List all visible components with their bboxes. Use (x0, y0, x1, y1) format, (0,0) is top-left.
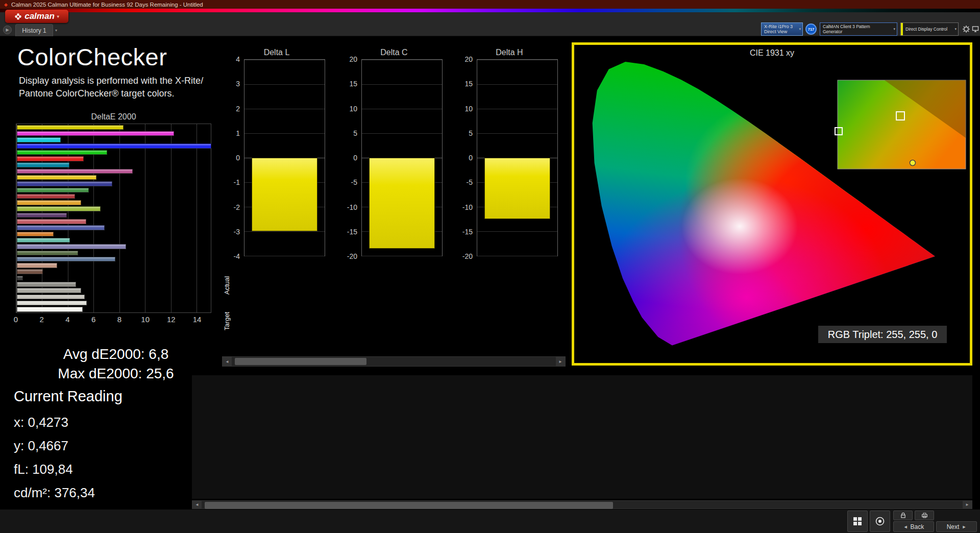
axis-tick-label: 14 (193, 315, 202, 324)
delta-c-title: Delta C (353, 48, 435, 57)
printer-icon (921, 512, 928, 519)
gridline (362, 109, 442, 109)
delta-l-chart (244, 59, 325, 256)
table-scrollbar[interactable]: ◄ ► (192, 500, 972, 509)
cie-x-axis (578, 349, 969, 358)
axis-tick-label: -15 (462, 228, 473, 236)
tab-chevron-down-icon[interactable]: ▾ (55, 28, 57, 33)
delta-h-chart (477, 59, 558, 256)
lock-button[interactable] (893, 511, 913, 520)
display-settings-icon[interactable] (971, 23, 980, 35)
scroll-right-icon[interactable]: ► (963, 501, 972, 508)
gridline (244, 109, 325, 109)
deltae-bar (17, 307, 83, 312)
gridline (197, 124, 197, 312)
scrollbar-thumb[interactable] (205, 502, 613, 509)
current-reading-cdm2: cd/m²: 376,34 (14, 485, 95, 501)
cie-inset-zoom (835, 80, 966, 169)
gridline (244, 231, 325, 232)
deltae-bar (17, 162, 69, 167)
target-row-label: Target (223, 303, 231, 338)
gridline (362, 84, 442, 85)
history-nav-button[interactable]: ▶ (3, 26, 12, 34)
axis-tick-label: 0 (469, 154, 473, 162)
avg-de2000-value: Avg dE2000: 6,8 (19, 346, 213, 362)
deltae-bar (17, 137, 61, 142)
gridline (477, 60, 557, 60)
axis-tick-label: 3 (236, 80, 240, 88)
axis-tick-label: 4 (65, 315, 69, 324)
axis-tick-label: 15 (349, 80, 357, 88)
axis-tick-label: 0 (353, 154, 357, 162)
pattern-swatch-bar (0, 510, 980, 533)
deltae-bar (17, 194, 75, 199)
deltae-bar (17, 301, 87, 306)
grid-icon (852, 516, 863, 526)
axis-tick-label: 15 (464, 80, 473, 88)
next-button[interactable]: Next ► (936, 521, 977, 532)
deltae-bar (17, 244, 126, 249)
display-control-dropdown[interactable]: Direct Display Control ▾ (900, 22, 959, 36)
deltae-bar (17, 169, 133, 174)
gridline (477, 256, 557, 256)
axis-tick-label: 8 (117, 315, 121, 324)
axis-tick-label: -2 (234, 203, 240, 211)
axis-tick-label: 5 (353, 129, 357, 137)
deltae-bar (17, 295, 85, 300)
pattern-generator-dropdown[interactable]: CalMAN Client 3 Pattern Generator ▾ (820, 22, 897, 36)
swatch-strip (233, 268, 566, 350)
axis-tick-label: 1 (236, 129, 240, 137)
deltae-bar (17, 131, 174, 136)
gridline (171, 124, 172, 312)
gridline (362, 133, 442, 134)
current-reading-x: x: 0,4273 (14, 415, 68, 430)
meter-dropdown[interactable]: X-Rite i1Pro 3 Direct View ▾ (761, 22, 803, 36)
axis-tick-label: 2 (40, 315, 44, 324)
chevron-down-icon: ▾ (893, 27, 895, 31)
gridline (477, 109, 557, 109)
window-title: Calman 2025 Calman Ultimate for Business… (11, 2, 203, 8)
page-subtitle-line2: Pantone ColorChecker® target colors. (19, 88, 174, 99)
app-icon: ◆ (4, 2, 8, 7)
axis-tick-label: 12 (167, 315, 176, 324)
back-button[interactable]: ◄ Back (893, 521, 934, 532)
axis-tick-label: 0 (14, 315, 18, 324)
gridline (145, 124, 145, 312)
rgb-triplet-readout: RGB Triplet: 255, 255, 0 (818, 326, 947, 343)
deltae-bar (17, 213, 67, 218)
axis-tick-label: -4 (234, 252, 240, 260)
scroll-right-icon[interactable]: ► (556, 357, 565, 366)
scroll-left-icon[interactable]: ◄ (192, 501, 202, 508)
page-title: ColorChecker (17, 43, 167, 71)
axis-tick-label: 2 (236, 105, 240, 113)
swatch-scrollbar[interactable]: ◄ ► (222, 356, 566, 367)
scrollbar-thumb[interactable] (235, 358, 366, 365)
deltae-bar (17, 125, 124, 130)
actual-row-label: Actual (223, 268, 231, 303)
tab-history-1[interactable]: History 1 (15, 24, 53, 36)
delta-h-y-axis: 20151050-5-10-15-20 (452, 59, 475, 256)
axis-tick-label: 20 (349, 55, 357, 63)
deltae-bar (17, 175, 96, 180)
scroll-left-icon[interactable]: ◄ (223, 357, 232, 366)
chevron-down-icon: ▾ (57, 14, 59, 19)
deltae-bar (17, 150, 107, 155)
axis-tick-label: 6 (91, 315, 95, 324)
chevron-down-icon: ▾ (799, 27, 801, 32)
gridline (362, 256, 442, 256)
calman-menu-button[interactable]: calman ▾ (5, 10, 68, 23)
axis-tick-label: 20 (464, 55, 473, 63)
printer-button[interactable] (915, 511, 934, 520)
gear-icon[interactable] (962, 23, 971, 35)
deltae-bar (17, 282, 76, 287)
delta-l-y-axis: 43210-1-2-3-4 (219, 59, 242, 256)
gridline (477, 84, 557, 85)
tab-label: History 1 (22, 27, 46, 34)
delta-bar (484, 158, 550, 219)
meter-label: X-Rite i1Pro 3 Direct View (764, 24, 793, 34)
deltae-bar (17, 257, 115, 262)
axis-tick-label: 0 (236, 154, 240, 162)
aperture-button[interactable] (870, 511, 890, 532)
pattern-window-button[interactable] (847, 511, 868, 532)
axis-tick-label: -5 (351, 178, 357, 186)
